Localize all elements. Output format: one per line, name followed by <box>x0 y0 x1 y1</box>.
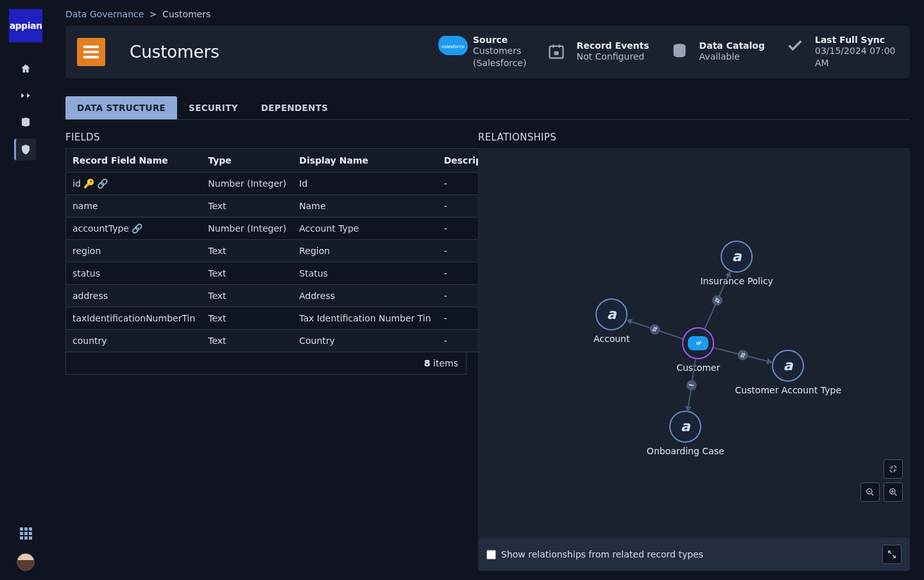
info-last-sync-value: 03/15/2024 07:00 AM <box>815 45 898 69</box>
th-display[interactable]: Display Name <box>293 148 437 172</box>
checkmark-icon <box>786 37 804 55</box>
home-icon <box>20 63 31 74</box>
table-row[interactable]: countryTextCountry- <box>66 329 509 352</box>
avatar[interactable] <box>17 553 35 571</box>
cell-type: Text <box>201 307 293 329</box>
collapse-icon <box>889 465 898 473</box>
show-related-toggle[interactable]: Show relationships from related record t… <box>486 549 703 559</box>
table-row[interactable]: addressTextAddress- <box>66 284 509 307</box>
nav-shield[interactable] <box>14 139 36 160</box>
cell-display: Account Type <box>293 217 437 239</box>
cell-name: address <box>66 284 202 307</box>
fields-count: 8 <box>424 358 431 368</box>
show-related-checkbox[interactable] <box>486 550 496 559</box>
breadcrumb-root[interactable]: Data Governance <box>65 9 144 19</box>
cell-name: taxIdentificationNumberTin <box>66 307 202 329</box>
cell-display: Country <box>293 329 437 352</box>
apps-icon <box>20 527 32 540</box>
cell-name: region <box>66 239 202 262</box>
expand-icon <box>887 550 896 559</box>
record-icon <box>77 38 105 66</box>
edge-badge: ⇵ <box>649 323 662 336</box>
info-record-events: Record Events Not Configured <box>544 40 649 63</box>
tab-security[interactable]: SECURITY <box>177 96 250 119</box>
node-label: Insurance Policy <box>700 276 773 286</box>
cell-type: Text <box>201 329 293 352</box>
nav-apps[interactable] <box>15 522 37 544</box>
node-label: Customer Account Type <box>735 385 841 395</box>
info-last-sync: Last Full Sync 03/15/2024 07:00 AM <box>783 35 898 69</box>
collapse-button[interactable] <box>884 459 903 479</box>
info-record-events-value: Not Configured <box>576 51 649 63</box>
cell-display: Name <box>293 194 437 217</box>
cell-type: Text <box>201 239 293 262</box>
cell-name: status <box>66 262 202 284</box>
expand-button[interactable] <box>882 545 902 564</box>
node-label: Account <box>594 334 630 344</box>
edge-badge: ⇵ <box>737 349 749 361</box>
info-source-name: Customers <box>473 45 526 57</box>
zoom-in-button[interactable] <box>884 482 903 502</box>
key-icon: 🔑 <box>83 178 94 189</box>
cell-display: Tax Identification Number Tin <box>293 307 437 329</box>
relationships-footer: Show relationships from related record t… <box>478 538 910 571</box>
th-type[interactable]: Type <box>201 148 293 172</box>
database-icon <box>20 117 31 128</box>
cell-type: Number (Integer) <box>201 217 293 239</box>
fields-title: FIELDS <box>65 132 466 143</box>
salesforce-icon: sf <box>688 336 708 350</box>
show-related-label: Show relationships from related record t… <box>501 549 703 559</box>
table-row[interactable]: nameTextName- <box>66 194 509 217</box>
node-onboarding-case[interactable]: a <box>669 411 701 443</box>
zoom-out-button[interactable] <box>860 482 880 502</box>
nav-home[interactable] <box>15 58 37 80</box>
node-insurance-policy[interactable]: a <box>721 241 753 273</box>
table-row[interactable]: statusTextStatus- <box>66 262 509 284</box>
shield-icon <box>20 144 31 155</box>
database-stack-icon <box>671 42 689 60</box>
cell-name: country <box>66 329 202 352</box>
node-customer-account-type[interactable]: a <box>772 350 804 382</box>
cell-type: Number (Integer) <box>201 172 293 194</box>
edge-badge: ⇵ <box>711 294 724 307</box>
link-icon: 🔗 <box>132 223 142 234</box>
relationships-canvas[interactable]: sfCustomeraInsurance PolicyaAccountaCust… <box>478 148 910 538</box>
logo-text: appian <box>10 21 42 31</box>
node-label: Onboarding Case <box>647 446 724 456</box>
link-icon: 🔗 <box>97 178 108 189</box>
info-source-label: Source <box>473 35 526 45</box>
cell-type: Text <box>201 262 293 284</box>
node-center[interactable]: sf <box>682 327 714 359</box>
info-source: salesforce Source Customers (Salesforce) <box>441 35 526 69</box>
breadcrumb: Data Governance > Customers <box>65 9 910 19</box>
cell-name: accountType🔗 <box>66 217 202 239</box>
cell-type: Text <box>201 284 293 307</box>
svg-rect-2 <box>554 51 559 55</box>
breadcrumb-sep: > <box>147 9 160 19</box>
node-account[interactable]: a <box>595 298 628 330</box>
info-last-sync-label: Last Full Sync <box>815 35 898 45</box>
zoom-in-icon <box>889 488 898 497</box>
table-row[interactable]: accountType🔗Number (Integer)Account Type… <box>66 217 509 239</box>
table-row[interactable]: taxIdentificationNumberTinTextTax Identi… <box>66 307 509 329</box>
logo[interactable]: appian <box>9 9 42 42</box>
fields-suffix: items <box>433 358 458 368</box>
nav-flow[interactable] <box>15 85 37 107</box>
table-row[interactable]: id🔑🔗Number (Integer)Id- <box>66 172 509 194</box>
tab-dependents[interactable]: DEPENDENTS <box>250 96 340 119</box>
main: Data Governance > Customers Customers sa… <box>51 0 924 580</box>
cell-name: id🔑🔗 <box>66 172 202 194</box>
info-source-sub: (Salesforce) <box>473 57 526 69</box>
flow-icon <box>20 90 31 101</box>
salesforce-icon: salesforce <box>438 36 468 55</box>
nav-database[interactable] <box>15 112 37 133</box>
info-data-catalog-value: Available <box>699 51 765 63</box>
th-name[interactable]: Record Field Name <box>66 148 202 172</box>
tab-data-structure[interactable]: DATA STRUCTURE <box>65 96 177 119</box>
zoom-out-icon <box>866 488 875 497</box>
table-row[interactable]: regionTextRegion- <box>66 239 509 262</box>
node-label: Customer <box>676 362 720 373</box>
info-data-catalog: Data Catalog Available <box>667 40 765 63</box>
nav <box>0 58 51 160</box>
fields-footer: 8 items <box>65 352 466 375</box>
